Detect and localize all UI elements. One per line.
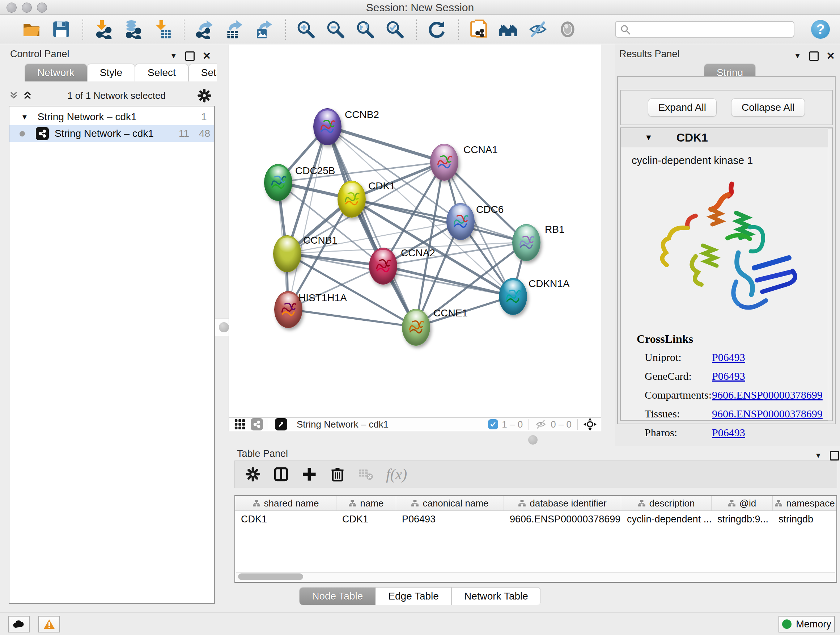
zoom-out-button[interactable] — [325, 18, 346, 41]
zoom-in-button[interactable] — [295, 18, 316, 41]
string-sphere-button[interactable] — [557, 18, 578, 41]
table-hscrollbar-thumb[interactable] — [238, 573, 303, 580]
float-panel-icon[interactable] — [830, 451, 839, 461]
float-panel-icon[interactable] — [185, 51, 195, 61]
cloud-button[interactable] — [8, 616, 30, 632]
import-network-file-button[interactable] — [93, 18, 114, 41]
string-glass-effect-button[interactable] — [527, 18, 548, 41]
panel-menu-icon[interactable]: ▼ — [815, 451, 822, 460]
table-row[interactable]: CDK1CDK1P064939606.ENSP00000378699cyclin… — [235, 511, 836, 527]
attribute-icon — [638, 499, 646, 507]
expand-all-icon[interactable] — [22, 89, 36, 102]
tab-style[interactable]: Style — [87, 64, 135, 81]
zoom-selected-button[interactable] — [384, 18, 405, 41]
column-header-name[interactable]: name — [336, 496, 396, 510]
show-columns-icon[interactable] — [273, 466, 289, 482]
network-selection-status: 1 of 1 Network selected — [36, 90, 197, 101]
export-network-button[interactable] — [194, 18, 215, 41]
network-node-CCNB2[interactable] — [313, 108, 341, 145]
save-session-button[interactable] — [51, 18, 72, 41]
crosslink-link[interactable]: 9606.ENSP00000378699 — [712, 408, 823, 420]
entry-expander-icon[interactable]: ▼ — [645, 133, 653, 142]
export-table-button[interactable] — [224, 18, 245, 41]
crosslink-link[interactable]: P06493 — [712, 351, 745, 363]
collection-expander-icon[interactable]: ▼ — [21, 113, 28, 121]
collapse-all-icon[interactable] — [9, 89, 22, 102]
tab-select[interactable]: Select — [135, 64, 188, 81]
open-session-button[interactable] — [21, 18, 42, 41]
search-input[interactable] — [615, 21, 794, 38]
refresh-button[interactable] — [426, 18, 447, 41]
add-column-icon[interactable] — [302, 466, 317, 482]
string-document-button[interactable] — [468, 18, 489, 41]
network-collection-row[interactable]: ▼ String Network – cdk1 1 — [9, 109, 214, 125]
crosslink-link[interactable]: P06493 — [712, 370, 745, 382]
tab-node-table[interactable]: Node Table — [299, 587, 376, 605]
table-cell: P06493 — [396, 511, 504, 527]
import-network-database-button[interactable] — [122, 18, 143, 41]
birdseye-icon[interactable] — [234, 418, 246, 430]
collapse-all-button[interactable]: Collapse All — [731, 98, 805, 117]
network-node-CDKN1A[interactable] — [499, 278, 527, 315]
node-label-CCNB1: CCNB1 — [303, 234, 338, 246]
node-gloss — [278, 238, 297, 253]
tab-edge-table[interactable]: Edge Table — [376, 587, 452, 605]
delete-column-trash-icon[interactable] — [330, 466, 346, 482]
crosslink-link[interactable]: P06493 — [712, 426, 745, 439]
import-network-icon — [93, 19, 113, 39]
table-options-gear-icon[interactable] — [245, 466, 261, 482]
column-header-canonical-name[interactable]: canonical name — [396, 496, 504, 510]
table-hscrollbar[interactable] — [236, 572, 835, 581]
memory-button[interactable]: Memory — [778, 616, 835, 632]
column-header-shared-name[interactable]: shared name — [235, 496, 336, 510]
table-cell: cyclin-dependent ... — [621, 511, 712, 527]
network-row-selected[interactable]: String Network – cdk1 11 48 — [9, 125, 214, 142]
attribute-icon — [348, 499, 356, 507]
column-header-namespace[interactable]: namespace — [773, 496, 837, 510]
crosslink-link[interactable]: 9606.ENSP00000378699 — [712, 389, 823, 401]
table-panel-title: Table Panel — [237, 448, 288, 459]
close-panel-icon[interactable]: ✕ — [827, 50, 835, 62]
network-node-CDK1[interactable] — [338, 181, 366, 218]
network-label: String Network – cdk1 — [55, 128, 154, 139]
network-canvas[interactable]: CCNB2CCNA1CDC25BCDK1CDC6RB1CCNB1CCNA2CDK… — [229, 44, 602, 417]
edge-CCNB2-HIST1H1A — [288, 126, 327, 309]
network-node-CCNA1[interactable] — [430, 144, 458, 181]
export-image-button[interactable] — [253, 18, 274, 41]
column-header-database-identifier[interactable]: database identifier — [504, 496, 621, 510]
fit-selected-crosshair-icon[interactable] — [584, 418, 597, 431]
import-table-button[interactable] — [152, 18, 173, 41]
column-header-description[interactable]: description — [621, 496, 712, 510]
node-label-CDC25B: CDC25B — [295, 165, 335, 177]
network-node-CCNA2[interactable] — [369, 248, 397, 285]
bottom-splitter-handle[interactable] — [528, 435, 538, 445]
results-scrollbar[interactable] — [828, 128, 832, 421]
results-panel-title: Results Panel — [619, 49, 680, 60]
network-type-icon[interactable] — [251, 418, 263, 431]
table-cell: 9606.ENSP00000378699 — [504, 511, 621, 527]
network-node-CCNE1[interactable] — [402, 309, 430, 346]
tab-network[interactable]: Network — [25, 64, 87, 81]
column-header-@id[interactable]: @id — [712, 496, 773, 510]
crosslink-label: GeneCard: — [645, 370, 712, 382]
float-panel-icon[interactable] — [809, 51, 819, 61]
tab-network-table[interactable]: Network Table — [452, 587, 541, 605]
panel-menu-icon[interactable]: ▼ — [170, 52, 177, 60]
app-window: Session: New Session — [0, 0, 840, 635]
network-options-gear-icon[interactable] — [197, 88, 212, 103]
warnings-button[interactable] — [38, 616, 60, 632]
help-button[interactable]: ? — [811, 20, 830, 39]
zoom-fit-button[interactable] — [355, 18, 376, 41]
string-homology-button[interactable] — [498, 18, 519, 41]
network-node-CCNB1[interactable] — [273, 235, 302, 272]
network-node-CDC25B[interactable] — [264, 164, 292, 201]
selected-checkbox-icon[interactable] — [488, 419, 498, 429]
close-panel-icon[interactable]: ✕ — [202, 50, 211, 62]
network-node-CDC6[interactable] — [447, 203, 475, 240]
node-result-header[interactable]: ▼ CDK1 — [621, 128, 832, 147]
panel-menu-icon[interactable]: ▼ — [794, 52, 801, 60]
expand-all-button[interactable]: Expand All — [648, 98, 717, 117]
network-node-RB1[interactable] — [512, 224, 540, 261]
open-in-window-icon[interactable] — [275, 418, 287, 431]
hidden-eye-icon[interactable] — [535, 419, 547, 430]
